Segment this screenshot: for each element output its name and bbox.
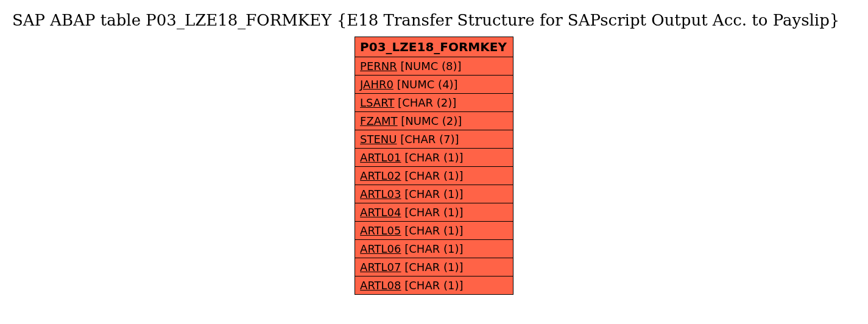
page: SAP ABAP table P03_LZE18_FORMKEY {E18 Tr… — [0, 0, 868, 295]
field-cell: ARTL04 [CHAR (1)] — [355, 203, 513, 222]
field-type: [CHAR (1)] — [404, 206, 463, 219]
table-row: ARTL06 [CHAR (1)] — [355, 240, 513, 258]
table-row: ARTL03 [CHAR (1)] — [355, 185, 513, 203]
field-cell: ARTL03 [CHAR (1)] — [355, 185, 513, 203]
field-type: [NUMC (2)] — [401, 114, 462, 127]
abap-table: P03_LZE18_FORMKEY PERNR [NUMC (8)] JAHR0… — [355, 37, 513, 295]
page-title: SAP ABAP table P03_LZE18_FORMKEY {E18 Tr… — [12, 11, 868, 29]
table-row: ARTL07 [CHAR (1)] — [355, 258, 513, 276]
field-name-link[interactable]: ARTL03 — [360, 188, 401, 200]
table-header-row: P03_LZE18_FORMKEY — [355, 37, 513, 57]
table-row: ARTL08 [CHAR (1)] — [355, 276, 513, 295]
table-row: JAHR0 [NUMC (4)] — [355, 76, 513, 94]
field-name-link[interactable]: LSART — [360, 96, 394, 109]
field-cell: ARTL05 [CHAR (1)] — [355, 222, 513, 240]
table-row: ARTL02 [CHAR (1)] — [355, 167, 513, 185]
field-type: [NUMC (4)] — [397, 78, 458, 91]
field-type: [CHAR (1)] — [404, 242, 463, 255]
field-cell: ARTL06 [CHAR (1)] — [355, 240, 513, 258]
field-cell: ARTL08 [CHAR (1)] — [355, 276, 513, 295]
table-row: ARTL05 [CHAR (1)] — [355, 222, 513, 240]
field-type: [CHAR (1)] — [404, 188, 463, 200]
field-cell: STENU [CHAR (7)] — [355, 130, 513, 149]
field-name-link[interactable]: ARTL06 — [360, 242, 401, 255]
field-type: [CHAR (2)] — [398, 96, 456, 109]
table-row: ARTL01 [CHAR (1)] — [355, 149, 513, 167]
table-name-header: P03_LZE18_FORMKEY — [355, 37, 513, 57]
field-name-link[interactable]: ARTL02 — [360, 169, 401, 182]
field-name-link[interactable]: ARTL05 — [360, 224, 401, 237]
field-type: [CHAR (1)] — [404, 169, 463, 182]
field-cell: ARTL07 [CHAR (1)] — [355, 258, 513, 276]
field-type: [CHAR (1)] — [404, 261, 463, 273]
field-name-link[interactable]: STENU — [360, 133, 397, 146]
table-row: PERNR [NUMC (8)] — [355, 57, 513, 76]
field-type: [CHAR (1)] — [404, 151, 463, 164]
field-cell: LSART [CHAR (2)] — [355, 94, 513, 112]
field-type: [CHAR (7)] — [400, 133, 459, 146]
field-cell: JAHR0 [NUMC (4)] — [355, 76, 513, 94]
field-cell: ARTL01 [CHAR (1)] — [355, 149, 513, 167]
field-type: [CHAR (1)] — [404, 224, 463, 237]
field-name-link[interactable]: FZAMT — [360, 114, 398, 127]
field-cell: FZAMT [NUMC (2)] — [355, 112, 513, 130]
field-name-link[interactable]: ARTL04 — [360, 206, 401, 219]
table-row: LSART [CHAR (2)] — [355, 94, 513, 112]
field-type: [NUMC (8)] — [401, 60, 462, 72]
field-name-link[interactable]: ARTL08 — [360, 279, 401, 292]
field-name-link[interactable]: PERNR — [360, 60, 397, 72]
table-row: ARTL04 [CHAR (1)] — [355, 203, 513, 222]
table-body: PERNR [NUMC (8)] JAHR0 [NUMC (4)] LSART … — [355, 57, 513, 295]
table-row: FZAMT [NUMC (2)] — [355, 112, 513, 130]
field-name-link[interactable]: JAHR0 — [360, 78, 393, 91]
field-name-link[interactable]: ARTL07 — [360, 261, 401, 273]
field-name-link[interactable]: ARTL01 — [360, 151, 401, 164]
field-type: [CHAR (1)] — [404, 279, 463, 292]
table-wrap: P03_LZE18_FORMKEY PERNR [NUMC (8)] JAHR0… — [0, 37, 868, 295]
table-row: STENU [CHAR (7)] — [355, 130, 513, 149]
field-cell: ARTL02 [CHAR (1)] — [355, 167, 513, 185]
field-cell: PERNR [NUMC (8)] — [355, 57, 513, 76]
